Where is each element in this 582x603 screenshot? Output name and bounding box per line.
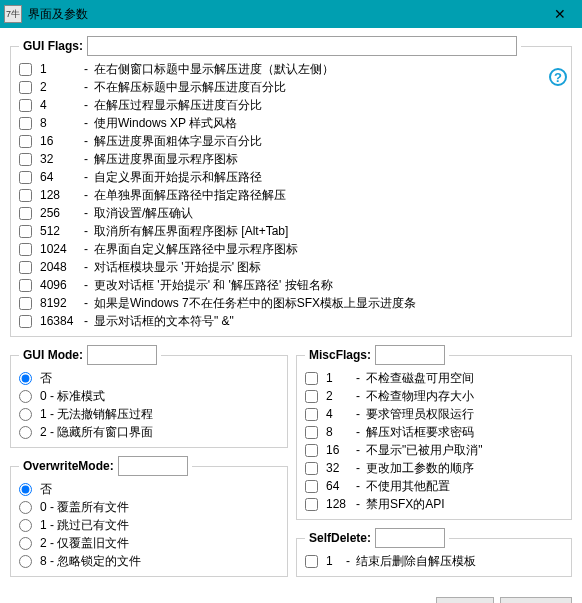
dash: - — [84, 295, 88, 311]
flag-number: 512 — [40, 223, 78, 239]
flag-checkbox[interactable] — [19, 153, 32, 166]
radio-label: 2 - 隐藏所有窗口界面 — [40, 424, 153, 440]
flag-label: 禁用SFX的API — [366, 496, 445, 512]
radio-row[interactable]: 2 - 仅覆盖旧文件 — [19, 534, 279, 552]
flag-label: 要求管理员权限运行 — [366, 406, 474, 422]
gui-mode-input[interactable] — [87, 345, 157, 365]
flag-checkbox[interactable] — [19, 315, 32, 328]
flag-label: 取消所有解压界面程序图标 [Alt+Tab] — [94, 223, 288, 239]
flag-checkbox[interactable] — [305, 408, 318, 421]
radio-input[interactable] — [19, 372, 32, 385]
radio-input[interactable] — [19, 390, 32, 403]
dash: - — [84, 205, 88, 221]
radio-label: 0 - 标准模式 — [40, 388, 105, 404]
flag-row: 1-结束后删除自解压模板 — [305, 552, 563, 570]
flag-label: 更改对话框 '开始提示' 和 '解压路径' 按钮名称 — [94, 277, 333, 293]
radio-row[interactable]: 否 — [19, 480, 279, 498]
dash: - — [84, 169, 88, 185]
close-button[interactable]: 关 闭 — [436, 597, 493, 603]
dash: - — [84, 313, 88, 329]
flag-row: 32-解压进度界面显示程序图标 — [19, 150, 563, 168]
flag-number: 1024 — [40, 241, 78, 257]
flag-label: 在解压过程显示解压进度百分比 — [94, 97, 262, 113]
flag-label: 不检查物理内存大小 — [366, 388, 474, 404]
flag-checkbox[interactable] — [19, 297, 32, 310]
flag-checkbox[interactable] — [19, 189, 32, 202]
radio-row[interactable]: 0 - 覆盖所有文件 — [19, 498, 279, 516]
window-title: 界面及参数 — [28, 6, 88, 23]
radio-row[interactable]: 2 - 隐藏所有窗口界面 — [19, 423, 279, 441]
flag-row: 8192-如果是Windows 7不在任务栏中的图标SFX模板上显示进度条 — [19, 294, 563, 312]
flag-checkbox[interactable] — [19, 171, 32, 184]
flag-number: 32 — [40, 151, 78, 167]
dash: - — [356, 388, 360, 404]
radio-row[interactable]: 否 — [19, 369, 279, 387]
radio-label: 1 - 跳过已有文件 — [40, 517, 129, 533]
overwrite-mode-input[interactable] — [118, 456, 188, 476]
flag-checkbox[interactable] — [305, 390, 318, 403]
radio-row[interactable]: 0 - 标准模式 — [19, 387, 279, 405]
radio-label: 否 — [40, 370, 52, 386]
flag-row: 16384-显示对话框的文本符号" &" — [19, 312, 563, 330]
flag-number: 1 — [40, 61, 78, 77]
flag-row: 512-取消所有解压界面程序图标 [Alt+Tab] — [19, 222, 563, 240]
gui-flags-input[interactable] — [87, 36, 517, 56]
radio-input[interactable] — [19, 537, 32, 550]
flag-number: 256 — [40, 205, 78, 221]
flag-label: 如果是Windows 7不在任务栏中的图标SFX模板上显示进度条 — [94, 295, 416, 311]
flag-label: 对话框模块显示 '开始提示' 图标 — [94, 259, 261, 275]
flag-checkbox[interactable] — [305, 426, 318, 439]
flag-checkbox[interactable] — [305, 444, 318, 457]
flag-checkbox[interactable] — [305, 555, 318, 568]
flag-checkbox[interactable] — [19, 279, 32, 292]
flag-row: 32-更改加工参数的顺序 — [305, 459, 563, 477]
flag-checkbox[interactable] — [19, 135, 32, 148]
flag-number: 32 — [326, 460, 350, 476]
flag-number: 1 — [326, 370, 350, 386]
help-icon[interactable]: ? — [549, 68, 567, 86]
radio-row[interactable]: 1 - 无法撤销解压过程 — [19, 405, 279, 423]
flag-checkbox[interactable] — [305, 480, 318, 493]
gui-flags-group: GUI Flags: ? 1-在右侧窗口标题中显示解压进度（默认左侧）2-不在解… — [10, 36, 572, 337]
radio-input[interactable] — [19, 519, 32, 532]
flag-checkbox[interactable] — [19, 81, 32, 94]
flag-label: 自定义界面开始提示和解压路径 — [94, 169, 262, 185]
flag-label: 显示对话框的文本符号" &" — [94, 313, 234, 329]
flag-row: 64-自定义界面开始提示和解压路径 — [19, 168, 563, 186]
misc-flags-input[interactable] — [375, 345, 445, 365]
flag-checkbox[interactable] — [19, 207, 32, 220]
flag-row: 8-使用Windows XP 样式风格 — [19, 114, 563, 132]
flag-label: 不使用其他配置 — [366, 478, 450, 494]
flag-checkbox[interactable] — [19, 261, 32, 274]
radio-row[interactable]: 8 - 忽略锁定的文件 — [19, 552, 279, 570]
flag-label: 不显示"已被用户取消" — [366, 442, 483, 458]
dash: - — [84, 97, 88, 113]
dash: - — [356, 460, 360, 476]
flag-number: 64 — [326, 478, 350, 494]
dash: - — [356, 496, 360, 512]
flag-row: 2048-对话框模块显示 '开始提示' 图标 — [19, 258, 563, 276]
radio-input[interactable] — [19, 483, 32, 496]
flag-checkbox[interactable] — [19, 63, 32, 76]
radio-input[interactable] — [19, 426, 32, 439]
radio-input[interactable] — [19, 555, 32, 568]
combine-button[interactable]: 合 并 — [500, 597, 572, 603]
flag-checkbox[interactable] — [19, 243, 32, 256]
flag-checkbox[interactable] — [19, 117, 32, 130]
self-delete-input[interactable] — [375, 528, 445, 548]
flag-checkbox[interactable] — [305, 498, 318, 511]
radio-row[interactable]: 1 - 跳过已有文件 — [19, 516, 279, 534]
flag-checkbox[interactable] — [305, 462, 318, 475]
radio-input[interactable] — [19, 408, 32, 421]
radio-input[interactable] — [19, 501, 32, 514]
flag-number: 2048 — [40, 259, 78, 275]
dash: - — [84, 277, 88, 293]
flag-number: 2 — [40, 79, 78, 95]
flag-checkbox[interactable] — [305, 372, 318, 385]
flag-label: 不在解压标题中显示解压进度百分比 — [94, 79, 286, 95]
close-icon[interactable]: ✕ — [538, 0, 582, 28]
flag-checkbox[interactable] — [19, 225, 32, 238]
flag-checkbox[interactable] — [19, 99, 32, 112]
flag-number: 8 — [40, 115, 78, 131]
flag-row: 1024-在界面自定义解压路径中显示程序图标 — [19, 240, 563, 258]
